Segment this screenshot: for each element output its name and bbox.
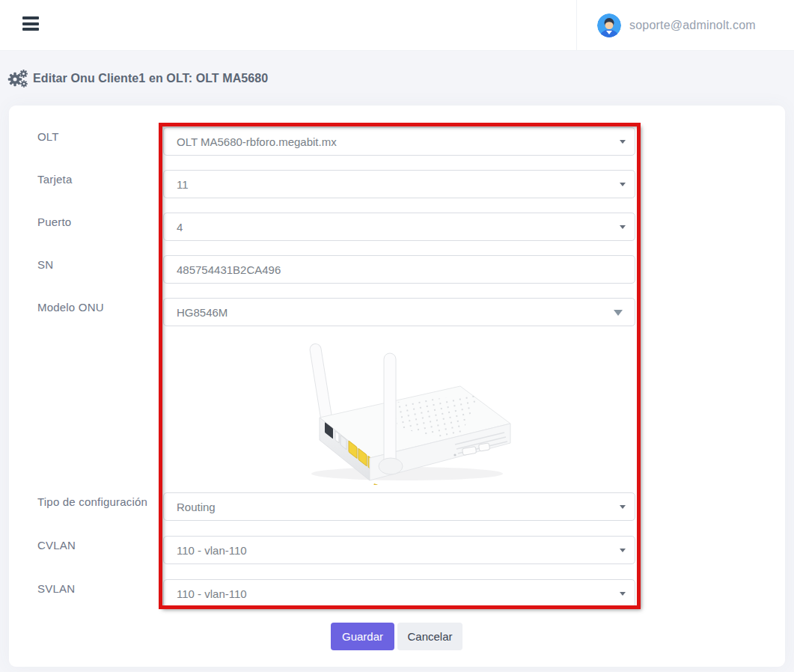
cvlan-select[interactable]: 110 - vlan-110 [163, 536, 635, 564]
chevron-down-icon [620, 592, 626, 596]
modelo-onu-select-value: HG8546M [177, 306, 227, 319]
cvlan-label: CVLAN [37, 539, 76, 552]
puerto-label: Puerto [37, 216, 71, 228]
puerto-select[interactable]: 4 [163, 213, 635, 241]
chevron-down-icon [614, 310, 623, 316]
tipo-configuracion-select[interactable]: Routing [163, 492, 635, 521]
user-email: soporte@adminolt.com [629, 19, 756, 32]
user-avatar [597, 13, 621, 37]
svlan-label: SVLAN [37, 582, 75, 595]
sn-input[interactable]: 485754431B2CA496 [163, 255, 635, 284]
sn-label: SN [37, 258, 53, 271]
modelo-onu-select[interactable]: HG8546M [163, 298, 635, 326]
tipo-configuracion-select-value: Routing [177, 501, 216, 513]
onu-product-image [278, 329, 519, 485]
cancel-button[interactable]: Cancelar [397, 623, 462, 650]
hamburger-menu-icon[interactable] [22, 16, 39, 31]
chevron-down-icon [620, 549, 626, 552]
chevron-down-icon [620, 183, 626, 186]
chevron-down-icon [620, 505, 626, 509]
sn-input-value: 485754431B2CA496 [177, 263, 281, 276]
svlan-select[interactable]: 110 - vlan-110 [163, 579, 635, 608]
chevron-down-icon [620, 140, 626, 144]
tarjeta-select-value: 11 [177, 178, 189, 191]
user-menu[interactable]: soporte@adminolt.com [576, 0, 794, 50]
olt-label: OLT [37, 130, 59, 143]
svlan-select-value: 110 - vlan-110 [177, 587, 247, 600]
modelo-onu-label: Modelo ONU [37, 301, 104, 314]
save-button[interactable]: Guardar [331, 623, 394, 650]
chevron-down-icon [620, 225, 626, 229]
cogs-icon [7, 70, 28, 88]
puerto-select-value: 4 [177, 221, 183, 233]
page-title: Editar Onu Cliente1 en OLT: OLT MA5680 [33, 72, 268, 85]
tarjeta-select[interactable]: 11 [163, 170, 635, 198]
top-bar: soporte@adminolt.com [0, 0, 794, 51]
olt-select-value: OLT MA5680-rbforo.megabit.mx [177, 135, 337, 148]
olt-select[interactable]: OLT MA5680-rbforo.megabit.mx [163, 127, 635, 156]
page-title-row: Editar Onu Cliente1 en OLT: OLT MA5680 [7, 70, 268, 88]
page: soporte@adminolt.com [0, 0, 794, 672]
tarjeta-label: Tarjeta [37, 173, 72, 186]
tipo-configuracion-label: Tipo de configuración [37, 495, 147, 508]
cvlan-select-value: 110 - vlan-110 [177, 544, 247, 557]
